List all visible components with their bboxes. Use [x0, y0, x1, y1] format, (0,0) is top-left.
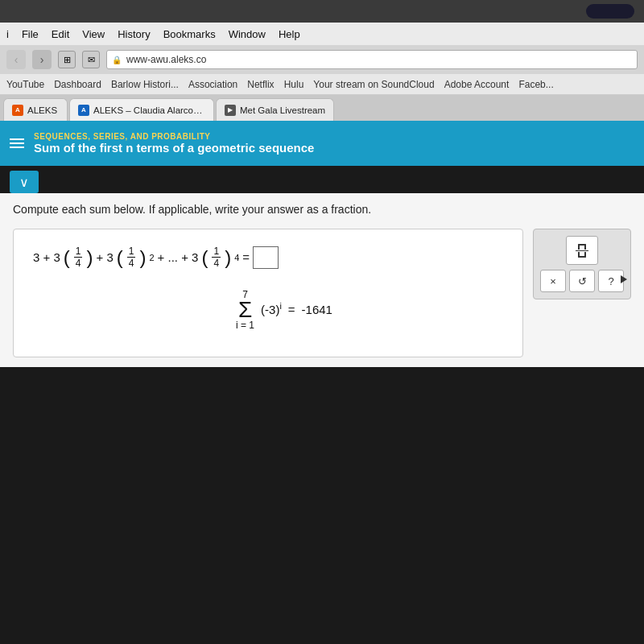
menu-bar: i File Edit View History Bookmarks Windo…	[0, 23, 644, 45]
menu-bookmarks[interactable]: Bookmarks	[163, 28, 216, 40]
eq1-lparen3: (	[201, 246, 208, 269]
keypad-row-controls: × ↺ ?	[540, 270, 624, 292]
eq1-start: 3 + 3	[33, 250, 60, 264]
tab-favicon-aleks: A	[12, 105, 23, 116]
tabs-bar: A ALEKS A ALEKS – Claudia Alarcon – Lear…	[0, 95, 644, 121]
eq1-frac1: 1 4	[74, 246, 83, 270]
menu-view[interactable]: View	[82, 28, 105, 40]
keypad-help-button[interactable]: ?	[598, 270, 624, 292]
bookmark-dashboard[interactable]: Dashboard	[54, 79, 101, 90]
sigma-subscript: i = 1	[236, 320, 254, 331]
eq1-frac3: 1 4	[212, 246, 221, 270]
answer-input-box[interactable]	[253, 246, 279, 269]
bookmark-soundcloud[interactable]: Your stream on SoundCloud	[313, 79, 434, 90]
menu-item-indicator: i	[6, 28, 9, 40]
nav-bar: ‹ › ⊞ ✉ 🔒 www-awu.aleks.co	[0, 45, 644, 74]
bookmark-association[interactable]: Association	[188, 79, 237, 90]
back-button[interactable]: ‹	[6, 50, 26, 69]
aleks-header: SEQUENCES, SERIES, AND PROBABILITY Sum o…	[0, 121, 644, 166]
menu-history[interactable]: History	[118, 28, 150, 40]
eq2-expr: (-3)i	[261, 303, 282, 316]
url-text: www-awu.aleks.co	[126, 54, 206, 65]
equation-2: 7 Σ i = 1 (-3)i = -1641	[33, 289, 503, 331]
menu-file[interactable]: File	[22, 28, 39, 40]
hamburger-line-1	[10, 138, 24, 140]
eq1-equals: =	[242, 250, 250, 264]
eq1-lparen1: (	[64, 246, 70, 269]
tab-aleks[interactable]: A ALEKS	[3, 98, 68, 121]
tab-label-learn: ALEKS – Claudia Alarcon – Learn	[93, 105, 205, 115]
problem-area: 3 + 3 ( 1 4 ) + 3 ( 1 4 ) 2 + ... + 3 (	[13, 229, 631, 357]
bookmark-hulu[interactable]: Hulu	[284, 79, 304, 90]
tab-overview-button[interactable]: ⊞	[58, 51, 76, 68]
bookmark-youtube[interactable]: YouTube	[6, 79, 44, 90]
sigma-block: 7 Σ i = 1	[236, 289, 254, 331]
eq1-rparen3: )	[225, 246, 231, 269]
eq2-exp: i	[279, 301, 281, 311]
fraction-icon	[576, 244, 588, 258]
keypad: × ↺ ?	[533, 229, 631, 299]
instruction-text: Compute each sum below. If applicable, w…	[13, 203, 631, 216]
tab-favicon-metgala: ▶	[225, 105, 236, 116]
fraction-button[interactable]	[566, 236, 598, 265]
bookmarks-bar: YouTube Dashboard Barlow Histori... Asso…	[0, 74, 644, 95]
aleks-header-text: SEQUENCES, SERIES, AND PROBABILITY Sum o…	[34, 132, 314, 155]
eq1-dots: + ... + 3	[158, 250, 199, 264]
eq1-rparen1: )	[86, 246, 93, 269]
hamburger-line-3	[10, 147, 24, 148]
eq1-plus1: + 3	[96, 250, 113, 264]
keypad-undo-button[interactable]: ↺	[569, 270, 595, 292]
top-bar-pill	[586, 4, 634, 19]
address-bar[interactable]: 🔒 www-awu.aleks.co	[106, 50, 638, 69]
hamburger-menu[interactable]	[10, 138, 24, 148]
topic-title: Sum of the first n terms of a geometric …	[34, 141, 314, 155]
tab-favicon-learn: A	[78, 105, 89, 116]
eq1-rparen2: )	[139, 246, 146, 269]
eq2-result: -1641	[302, 303, 332, 316]
tab-label-metgala: Met Gala Livestream	[240, 105, 325, 115]
main-content: Compute each sum below. If applicable, w…	[0, 193, 644, 367]
forward-button[interactable]: ›	[32, 50, 52, 69]
math-box: 3 + 3 ( 1 4 ) + 3 ( 1 4 ) 2 + ... + 3 (	[13, 229, 523, 357]
lock-icon: 🔒	[112, 56, 122, 64]
bookmark-adobe[interactable]: Adobe Account	[444, 79, 510, 90]
tab-aleks-learn[interactable]: A ALEKS – Claudia Alarcon – Learn	[69, 98, 214, 121]
tab-label-aleks: ALEKS	[27, 105, 57, 115]
bookmark-facebook[interactable]: Faceb...	[518, 79, 553, 90]
bookmark-netflix[interactable]: Netflix	[247, 79, 274, 90]
tab-metgala[interactable]: ▶ Met Gala Livestream	[216, 98, 334, 121]
menu-help[interactable]: Help	[279, 28, 300, 40]
keypad-times-button[interactable]: ×	[540, 270, 566, 292]
equation-1: 3 + 3 ( 1 4 ) + 3 ( 1 4 ) 2 + ... + 3 (	[33, 246, 503, 270]
expand-button[interactable]: ∨	[10, 171, 39, 193]
menu-window[interactable]: Window	[229, 28, 266, 40]
hamburger-line-2	[10, 142, 24, 144]
cursor-pointer	[621, 275, 627, 283]
mail-button[interactable]: ✉	[82, 51, 100, 68]
menu-edit[interactable]: Edit	[52, 28, 69, 40]
sigma-symbol: Σ	[238, 299, 252, 321]
bookmark-barlow[interactable]: Barlow Histori...	[111, 79, 179, 90]
top-bar	[0, 0, 644, 23]
eq2-equals: =	[288, 303, 295, 316]
topic-label: SEQUENCES, SERIES, AND PROBABILITY	[34, 132, 314, 141]
eq1-lparen2: (	[117, 246, 123, 269]
eq1-frac2: 1 4	[127, 246, 136, 270]
